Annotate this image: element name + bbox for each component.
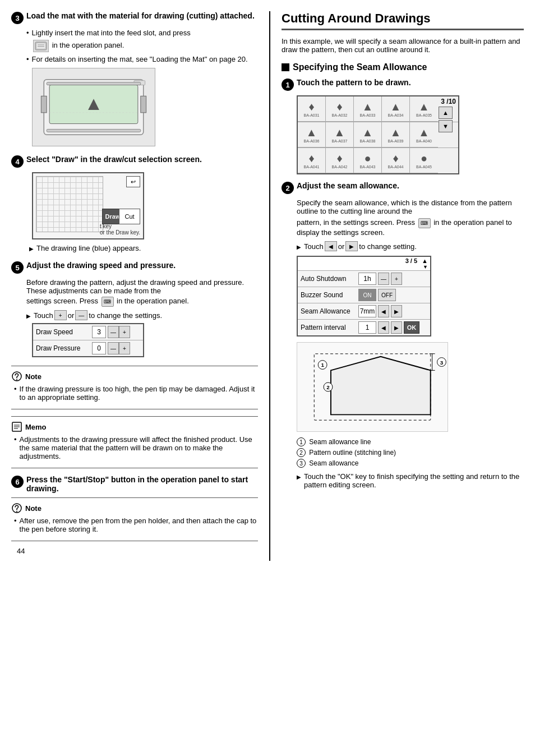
right-arrow-btn[interactable]: ▶	[345, 241, 358, 251]
intro-text: In this example, we will specify a seam …	[282, 37, 524, 54]
settings-key2[interactable]: ⌨	[418, 218, 431, 228]
back-button[interactable]: ↩	[126, 176, 140, 187]
grid-area	[36, 176, 103, 232]
right-step2-header: 2 Adjust the seam allowance.	[282, 181, 524, 194]
step6-header: 6 Press the "Start/Stop" button in the o…	[11, 475, 258, 493]
pattern-BA-A045[interactable]: ● BA-A045	[410, 148, 438, 173]
seam-allowance-left[interactable]: ◀	[378, 305, 389, 317]
auto-shutdown-minus[interactable]: —	[378, 273, 389, 285]
pattern-BA-A033[interactable]: ▲ BA-A033	[354, 96, 382, 122]
pattern-BA-A040[interactable]: ▲ BA-A040	[410, 122, 438, 147]
nav-down-btn[interactable]: ▼	[439, 120, 453, 132]
buzzer-off-btn[interactable]: OFF	[378, 289, 396, 301]
step3-bullet1: Lightly insert the mat into the feed slo…	[26, 29, 258, 37]
svg-rect-1	[36, 43, 45, 49]
legend-item1: 1 Seam allowance line	[297, 437, 524, 446]
right-step2-circle: 2	[282, 182, 294, 194]
step2-desc1: Specify the seam allowance, which is the…	[297, 199, 524, 215]
svg-rect-14	[47, 82, 141, 85]
pattern-BA-A035[interactable]: ▲ BA-A035	[410, 96, 438, 122]
step4-content: ↩ Draw Cut t keyor the Draw key. The dra…	[26, 172, 258, 252]
seam-allowance-row: Seam Allowance 7mm ◀ ▶	[298, 303, 430, 320]
svg-text:3: 3	[440, 359, 444, 366]
pattern-BA-A041[interactable]: ♦ BA-A041	[298, 148, 326, 173]
step4-circle: 4	[11, 155, 24, 168]
step6-circle: 6	[11, 476, 24, 488]
pattern-grid-wrapper: 3 /10 ▲ ▼ ♦ BA-A031 ♦ BA-A032	[298, 96, 458, 173]
page-nav: 3 /10 ▲ ▼	[439, 96, 458, 132]
svg-text:1: 1	[321, 362, 324, 368]
subsection-title: Specifying the Seam Allowance	[282, 62, 524, 72]
note1-box: Note If the drawing pressure is too high…	[11, 366, 258, 409]
seam-allowance-right[interactable]: ▶	[391, 305, 402, 317]
section-title: Cutting Around Drawings	[282, 11, 524, 30]
pattern-BA-A036[interactable]: ▲ BA-A036	[298, 122, 326, 147]
nav-up-btn[interactable]: ▲	[439, 107, 453, 119]
svg-point-23	[16, 511, 17, 512]
pattern-row3: ♦ BA-A041 ♦ BA-A042 ● BA-A043 ♦	[298, 148, 458, 173]
note-icon	[11, 371, 22, 382]
pressure-minus-btn[interactable]: —	[108, 342, 119, 354]
interval-right[interactable]: ▶	[391, 321, 402, 334]
pattern-BA-A039[interactable]: ▲ BA-A039	[382, 122, 410, 147]
step2-desc2: pattern, in the settings screen. Press ⌨…	[297, 218, 524, 237]
left-arrow-btn[interactable]: ◀	[325, 241, 337, 251]
right-settings-panel: 3 / 5 ▲ ▼ Auto Shutdown 1h — + Buzzer So…	[297, 256, 431, 336]
seam-legend: 1 Seam allowance line 2 Pattern outline …	[297, 437, 524, 468]
memo-header: Memo	[11, 421, 258, 432]
pattern-BA-A032[interactable]: ♦ BA-A032	[326, 96, 354, 122]
pattern-BA-A042[interactable]: ♦ BA-A042	[326, 148, 354, 173]
step2-content: Specify the seam allowance, which is the…	[297, 199, 524, 489]
step5-content: Before drawing the pattern, adjust the d…	[26, 278, 258, 357]
step3-circle: 3	[11, 12, 24, 24]
draw-pressure-row: Draw Pressure 0 — +	[33, 340, 143, 356]
speed-minus-btn[interactable]: —	[108, 326, 119, 338]
settings-key[interactable]: ⌨	[102, 297, 114, 307]
pattern-BA-A034[interactable]: ▲ BA-A034	[382, 96, 410, 122]
speed-plus-btn[interactable]: +	[119, 326, 130, 338]
draw-speed-value: 3	[92, 326, 106, 338]
auto-shutdown-plus[interactable]: +	[391, 273, 402, 285]
pressure-plus-btn[interactable]: +	[119, 342, 130, 354]
plus-btn[interactable]: +	[54, 310, 67, 320]
auto-shutdown-value: 1h	[358, 273, 376, 285]
step3-bullet2: For details on inserting the mat, see "L…	[26, 55, 258, 63]
pattern-BA-A031[interactable]: ♦ BA-A031	[298, 96, 326, 122]
interval-left[interactable]: ◀	[378, 321, 389, 334]
buzzer-on-btn[interactable]: ON	[358, 289, 376, 301]
minus-btn[interactable]: —	[75, 310, 87, 320]
memo-box: Memo Adjustments to the drawing pressure…	[11, 416, 258, 468]
svg-point-17	[16, 379, 17, 380]
svg-rect-6	[41, 96, 47, 113]
note2-text: After use, remove the pen from the pen h…	[14, 517, 258, 533]
pattern-interval-row: Pattern interval 1 ◀ ▶ OK	[298, 320, 430, 335]
legend-item3: 3 Seam allowance	[297, 459, 524, 468]
ok-button[interactable]: OK	[404, 321, 419, 334]
arrow-icon4	[297, 472, 301, 481]
note1-header: Note	[11, 371, 258, 382]
buzzer-sound-row: Buzzer Sound ON OFF	[298, 287, 430, 303]
speed-panel: Draw Speed 3 — + Draw Pressure 0 — +	[32, 323, 144, 357]
draw-key-label: t keyor the Draw key.	[100, 223, 140, 236]
cut-button[interactable]: Cut	[119, 209, 140, 224]
svg-text:2: 2	[326, 384, 330, 390]
pattern-BA-A038[interactable]: ▲ BA-A038	[354, 122, 382, 147]
step3-content: Lightly insert the mat into the feed slo…	[26, 29, 258, 146]
settings-header: 3 / 5 ▲ ▼	[298, 257, 430, 271]
page-indicator: 3 /10	[439, 96, 458, 107]
svg-rect-7	[141, 96, 146, 113]
step5-header: 5 Adjust the drawing speed and pressure.	[11, 261, 258, 274]
pattern-interval-value: 1	[358, 321, 376, 334]
machine-image	[32, 68, 155, 146]
pattern-BA-A037[interactable]: ▲ BA-A037	[326, 122, 354, 147]
note2-box: Note After use, remove the pen from the …	[11, 497, 258, 541]
pattern-row1: ♦ BA-A031 ♦ BA-A032 ▲ BA-A033 ▲	[298, 96, 458, 122]
right-step1-circle: 1	[282, 79, 294, 91]
seam-allowance-value: 7mm	[358, 305, 376, 317]
pattern-BA-A044[interactable]: ♦ BA-A044	[382, 148, 410, 173]
draw-speed-row: Draw Speed 3 — +	[33, 324, 143, 340]
touch-instruction: Touch + or — to change the settings.	[26, 310, 258, 320]
seam-diagram: 1 2 3	[297, 342, 448, 432]
note1-text: If the drawing pressure is too high, the…	[14, 385, 258, 402]
pattern-BA-A043[interactable]: ● BA-A043	[354, 148, 382, 173]
